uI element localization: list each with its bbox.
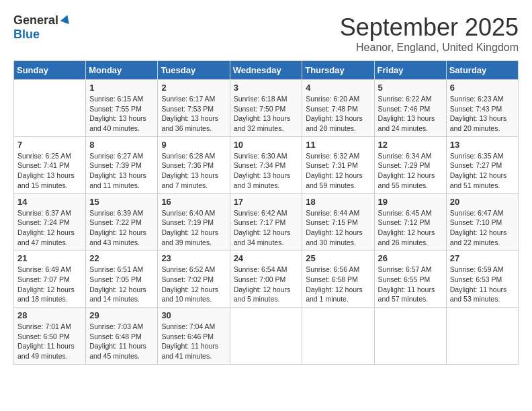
calendar-cell: 9Sunrise: 6:28 AMSunset: 7:36 PMDaylight… — [158, 136, 230, 193]
day-number: 12 — [378, 140, 443, 150]
day-number: 27 — [450, 253, 515, 263]
calendar-cell: 18Sunrise: 6:44 AMSunset: 7:15 PMDayligh… — [302, 193, 374, 250]
day-number: 22 — [89, 253, 154, 263]
calendar-week-row: 1Sunrise: 6:15 AMSunset: 7:55 PMDaylight… — [14, 80, 519, 137]
day-info: Sunrise: 6:25 AMSunset: 7:41 PMDaylight:… — [17, 151, 82, 191]
calendar-cell: 23Sunrise: 6:52 AMSunset: 7:02 PMDayligh… — [158, 250, 230, 308]
column-header-sunday: Sunday — [14, 61, 86, 80]
calendar-cell: 1Sunrise: 6:15 AMSunset: 7:55 PMDaylight… — [86, 80, 158, 137]
calendar-header-row: SundayMondayTuesdayWednesdayThursdayFrid… — [14, 61, 519, 80]
day-info: Sunrise: 6:18 AMSunset: 7:50 PMDaylight:… — [234, 94, 299, 134]
day-number: 5 — [378, 83, 443, 93]
day-number: 4 — [306, 83, 370, 93]
day-info: Sunrise: 6:59 AMSunset: 6:53 PMDaylight:… — [450, 265, 515, 304]
day-info: Sunrise: 6:54 AMSunset: 7:00 PMDaylight:… — [234, 265, 299, 304]
calendar-week-row: 7Sunrise: 6:25 AMSunset: 7:41 PMDaylight… — [14, 136, 519, 193]
calendar-week-row: 14Sunrise: 6:37 AMSunset: 7:24 PMDayligh… — [14, 193, 519, 250]
day-number: 16 — [161, 197, 226, 207]
calendar-cell: 2Sunrise: 6:17 AMSunset: 7:53 PMDaylight… — [158, 80, 230, 137]
location-subtitle: Heanor, England, United Kingdom — [340, 42, 519, 54]
day-info: Sunrise: 6:17 AMSunset: 7:53 PMDaylight:… — [161, 94, 226, 134]
day-number: 18 — [306, 197, 370, 207]
calendar-cell: 17Sunrise: 6:42 AMSunset: 7:17 PMDayligh… — [230, 193, 302, 250]
day-info: Sunrise: 6:15 AMSunset: 7:55 PMDaylight:… — [89, 94, 154, 134]
day-info: Sunrise: 7:01 AMSunset: 6:50 PMDaylight:… — [17, 322, 82, 361]
calendar-cell: 25Sunrise: 6:56 AMSunset: 6:58 PMDayligh… — [302, 250, 374, 308]
calendar-cell — [302, 308, 374, 365]
day-info: Sunrise: 6:30 AMSunset: 7:34 PMDaylight:… — [234, 151, 299, 191]
calendar-cell: 30Sunrise: 7:04 AMSunset: 6:46 PMDayligh… — [158, 308, 230, 365]
day-info: Sunrise: 6:44 AMSunset: 7:15 PMDaylight:… — [306, 208, 370, 248]
day-number: 13 — [450, 140, 515, 150]
calendar-table: SundayMondayTuesdayWednesdayThursdayFrid… — [13, 60, 519, 365]
calendar-cell: 13Sunrise: 6:35 AMSunset: 7:27 PMDayligh… — [446, 136, 518, 193]
day-number: 10 — [234, 140, 299, 150]
day-number: 14 — [17, 197, 82, 207]
day-number: 30 — [161, 310, 226, 320]
day-number: 3 — [234, 83, 299, 93]
calendar-cell: 4Sunrise: 6:20 AMSunset: 7:48 PMDaylight… — [302, 80, 374, 137]
calendar-cell — [14, 80, 86, 137]
day-info: Sunrise: 6:20 AMSunset: 7:48 PMDaylight:… — [306, 94, 370, 134]
column-header-friday: Friday — [374, 61, 446, 80]
day-number: 6 — [450, 83, 515, 93]
day-info: Sunrise: 6:56 AMSunset: 6:58 PMDaylight:… — [306, 265, 370, 304]
column-header-wednesday: Wednesday — [230, 61, 302, 80]
calendar-week-row: 28Sunrise: 7:01 AMSunset: 6:50 PMDayligh… — [14, 308, 519, 365]
svg-marker-0 — [60, 13, 72, 24]
column-header-saturday: Saturday — [446, 61, 518, 80]
calendar-cell: 20Sunrise: 6:47 AMSunset: 7:10 PMDayligh… — [446, 193, 518, 250]
day-number: 9 — [161, 140, 226, 150]
day-number: 11 — [306, 140, 370, 150]
calendar-cell: 12Sunrise: 6:34 AMSunset: 7:29 PMDayligh… — [374, 136, 446, 193]
day-number: 23 — [161, 253, 226, 263]
day-info: Sunrise: 6:32 AMSunset: 7:31 PMDaylight:… — [306, 151, 370, 191]
day-number: 25 — [306, 253, 370, 263]
column-header-monday: Monday — [86, 61, 158, 80]
calendar-week-row: 21Sunrise: 6:49 AMSunset: 7:07 PMDayligh… — [14, 250, 519, 308]
day-info: Sunrise: 7:03 AMSunset: 6:48 PMDaylight:… — [89, 322, 154, 361]
calendar-cell: 3Sunrise: 6:18 AMSunset: 7:50 PMDaylight… — [230, 80, 302, 137]
day-number: 24 — [234, 253, 299, 263]
logo-icon — [60, 13, 72, 26]
calendar-cell: 10Sunrise: 6:30 AMSunset: 7:34 PMDayligh… — [230, 136, 302, 193]
day-info: Sunrise: 6:27 AMSunset: 7:39 PMDaylight:… — [89, 151, 154, 191]
column-header-thursday: Thursday — [302, 61, 374, 80]
day-info: Sunrise: 7:04 AMSunset: 6:46 PMDaylight:… — [161, 322, 226, 361]
calendar-cell: 14Sunrise: 6:37 AMSunset: 7:24 PMDayligh… — [14, 193, 86, 250]
day-number: 21 — [17, 253, 82, 263]
calendar-cell: 16Sunrise: 6:40 AMSunset: 7:19 PMDayligh… — [158, 193, 230, 250]
calendar-cell: 21Sunrise: 6:49 AMSunset: 7:07 PMDayligh… — [14, 250, 86, 308]
day-number: 1 — [89, 83, 154, 93]
day-info: Sunrise: 6:57 AMSunset: 6:55 PMDaylight:… — [378, 265, 443, 304]
calendar-cell: 24Sunrise: 6:54 AMSunset: 7:00 PMDayligh… — [230, 250, 302, 308]
calendar-cell — [374, 308, 446, 365]
day-number: 29 — [89, 310, 154, 320]
calendar-cell: 29Sunrise: 7:03 AMSunset: 6:48 PMDayligh… — [86, 308, 158, 365]
calendar-cell: 5Sunrise: 6:22 AMSunset: 7:46 PMDaylight… — [374, 80, 446, 137]
day-info: Sunrise: 6:22 AMSunset: 7:46 PMDaylight:… — [378, 94, 443, 134]
calendar-cell: 22Sunrise: 6:51 AMSunset: 7:05 PMDayligh… — [86, 250, 158, 308]
day-info: Sunrise: 6:34 AMSunset: 7:29 PMDaylight:… — [378, 151, 443, 191]
calendar-cell: 27Sunrise: 6:59 AMSunset: 6:53 PMDayligh… — [446, 250, 518, 308]
day-info: Sunrise: 6:40 AMSunset: 7:19 PMDaylight:… — [161, 208, 226, 248]
day-number: 8 — [89, 140, 154, 150]
calendar-cell: 19Sunrise: 6:45 AMSunset: 7:12 PMDayligh… — [374, 193, 446, 250]
day-info: Sunrise: 6:45 AMSunset: 7:12 PMDaylight:… — [378, 208, 443, 248]
calendar-cell: 6Sunrise: 6:23 AMSunset: 7:43 PMDaylight… — [446, 80, 518, 137]
calendar-cell — [230, 308, 302, 365]
day-info: Sunrise: 6:52 AMSunset: 7:02 PMDaylight:… — [161, 265, 226, 304]
day-number: 15 — [89, 197, 154, 207]
page-header: General Blue September 2025 Heanor, Engl… — [13, 13, 519, 54]
day-info: Sunrise: 6:23 AMSunset: 7:43 PMDaylight:… — [450, 94, 515, 134]
day-info: Sunrise: 6:49 AMSunset: 7:07 PMDaylight:… — [17, 265, 82, 304]
column-header-tuesday: Tuesday — [158, 61, 230, 80]
day-info: Sunrise: 6:42 AMSunset: 7:17 PMDaylight:… — [234, 208, 299, 248]
day-number: 19 — [378, 197, 443, 207]
calendar-cell — [446, 308, 518, 365]
calendar-cell: 26Sunrise: 6:57 AMSunset: 6:55 PMDayligh… — [374, 250, 446, 308]
day-info: Sunrise: 6:51 AMSunset: 7:05 PMDaylight:… — [89, 265, 154, 304]
day-info: Sunrise: 6:47 AMSunset: 7:10 PMDaylight:… — [450, 208, 515, 248]
logo-blue-text: Blue — [13, 28, 40, 41]
logo: General Blue — [13, 13, 72, 42]
